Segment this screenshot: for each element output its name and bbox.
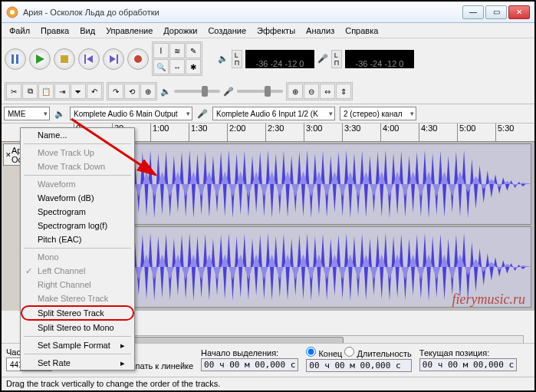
menu-effects[interactable]: Эффекты (252, 25, 300, 37)
ctx-waveform-db[interactable]: Waveform (dB) (21, 191, 134, 205)
ctx-split-stereo[interactable]: Split Stereo Track (21, 305, 134, 321)
fit-project-button[interactable]: ⇕ (336, 84, 351, 99)
ctx-waveform[interactable]: Waveform (21, 177, 134, 191)
sync-button[interactable]: ⟲ (124, 84, 140, 99)
minimize-button[interactable]: — (462, 5, 484, 19)
audio-position-time[interactable]: 00 ч 00 м 00,000 с (419, 358, 517, 371)
selection-start-label: Начало выделения: (201, 348, 298, 357)
waveform-display[interactable] (72, 142, 534, 311)
close-button[interactable]: ✕ (508, 5, 530, 19)
waveform-left-channel[interactable] (75, 143, 531, 225)
menu-generate[interactable]: Создание (203, 25, 251, 37)
output-level-meter[interactable]: -36 -24 -12 0 (245, 50, 314, 68)
edit-tools: ✂ ⧉ 📋 ⇥ ⏷ ↶ (5, 82, 104, 100)
ctx-name[interactable]: Name... (21, 128, 134, 142)
ctx-move-up[interactable]: Move Track Up (21, 146, 134, 160)
length-radio[interactable]: Длительность (344, 349, 411, 358)
svg-point-1 (10, 10, 15, 15)
svg-rect-5 (61, 55, 68, 63)
zoom-group[interactable]: ⊕ (140, 84, 156, 99)
ctx-separator (24, 143, 131, 144)
svg-rect-3 (16, 54, 18, 64)
ctx-move-down[interactable]: Move Track Down (21, 160, 134, 173)
fit-selection-button[interactable]: ⇔ (320, 84, 335, 99)
zoom-out-button[interactable]: ⊖ (304, 84, 319, 99)
menu-edit[interactable]: Правка (36, 25, 74, 37)
undo-button[interactable]: ↶ (87, 84, 102, 99)
pause-button[interactable] (5, 48, 26, 70)
volume-icon: 🔈 (160, 87, 171, 97)
status-bar: Drag the track vertically to change the … (2, 377, 534, 390)
input-device-combo[interactable]: Komplete Audio 6 Input 1/2 (K (212, 107, 335, 120)
svg-marker-8 (110, 55, 116, 63)
silence-button[interactable]: ⏷ (71, 84, 86, 99)
ctx-left-channel[interactable]: ✓Left Channel (21, 264, 134, 278)
menu-view[interactable]: Вид (75, 25, 100, 37)
ctx-separator (24, 336, 131, 337)
check-icon: ✓ (25, 266, 32, 276)
maximize-button[interactable]: ▭ (485, 5, 507, 19)
record-button[interactable] (127, 48, 149, 70)
selection-end-time[interactable]: 00 ч 00 м 00,000 с (306, 359, 412, 372)
audio-host-combo[interactable]: MME (4, 107, 50, 120)
timeline-tick: 4:00 (380, 124, 399, 141)
zoom-tools: ⊕ ⊖ ⇔ ⇕ (286, 82, 353, 100)
menu-tracks[interactable]: Дорожки (159, 25, 202, 37)
cut-button[interactable]: ✂ (6, 84, 21, 99)
draw-tool[interactable]: ✎ (186, 43, 201, 58)
svg-rect-6 (84, 54, 86, 64)
input-level-meter[interactable]: -36 -24 -12 0 (345, 50, 414, 68)
ctx-split-stereo-mono[interactable]: Split Stereo to Mono (21, 321, 134, 334)
timeshift-tool[interactable]: ↔ (169, 59, 185, 74)
zoom-in-button[interactable]: ⊕ (288, 84, 303, 99)
input-channels-combo[interactable]: 2 (стерео) канал (340, 107, 416, 120)
ctx-spectrogram-logf[interactable]: Spectrogram log(f) (21, 219, 134, 232)
misc-tools: ↷ ⟲ ⊕ (107, 82, 157, 100)
trim-button[interactable]: ⇥ (54, 84, 70, 99)
ctx-separator (24, 354, 131, 354)
output-meter-label: LП (232, 50, 242, 68)
ctx-mono[interactable]: Mono (21, 250, 134, 264)
ctx-sample-format[interactable]: Set Sample Format▸ (21, 338, 134, 352)
ctx-right-channel[interactable]: Right Channel (21, 278, 134, 292)
play-button[interactable] (29, 48, 51, 70)
ctx-make-stereo[interactable]: Make Stereo Track (21, 292, 134, 305)
input-volume-icon: 🎤 (223, 87, 234, 97)
window-titlebar: Ария - Осколок Льда до обработки — ▭ ✕ (2, 2, 534, 23)
svg-marker-4 (36, 54, 44, 64)
menu-transport[interactable]: Управление (101, 25, 157, 37)
input-meter-icon: 🎤 (317, 54, 328, 64)
selection-start-time[interactable]: 00 ч 00 м 00,000 с (201, 358, 298, 371)
zoom-tool[interactable]: 🔍 (153, 59, 169, 74)
paste-button[interactable]: 📋 (38, 84, 54, 99)
envelope-tool[interactable]: ≋ (169, 43, 185, 58)
timeline-tick: 2:00 (227, 124, 245, 141)
input-volume-slider[interactable] (237, 90, 283, 93)
output-volume-slider[interactable] (174, 90, 220, 93)
timeline-tick: 2:30 (265, 124, 284, 141)
menu-help[interactable]: Справка (340, 25, 383, 37)
timeline-tick: 5:00 (457, 124, 475, 141)
svg-point-10 (134, 55, 142, 63)
stop-button[interactable] (54, 48, 75, 70)
ctx-spectrogram[interactable]: Spectrogram (21, 205, 134, 219)
menubar: Файл Правка Вид Управление Дорожки Созда… (2, 23, 534, 38)
input-meter-label: LП (331, 50, 342, 68)
selection-tool[interactable]: I (153, 43, 169, 58)
menu-file[interactable]: Файл (5, 25, 35, 37)
ctx-set-rate[interactable]: Set Rate▸ (21, 356, 134, 370)
timeline-tick: 1:00 (150, 124, 169, 141)
audio-position-label: Текущая позиция: (419, 348, 517, 357)
skip-end-button[interactable] (103, 48, 124, 70)
svg-marker-7 (87, 55, 93, 63)
redo-button[interactable]: ↷ (108, 84, 123, 99)
multi-tool[interactable]: ✱ (186, 59, 201, 74)
menu-analyze[interactable]: Анализ (301, 25, 339, 37)
ctx-pitch[interactable]: Pitch (EAC) (21, 232, 134, 246)
end-radio[interactable]: Конец (306, 349, 342, 358)
track-context-menu: Name... Move Track Up Move Track Down Wa… (20, 127, 135, 371)
output-device-combo[interactable]: Komplete Audio 6 Main Output (70, 107, 192, 120)
copy-button[interactable]: ⧉ (22, 84, 38, 99)
skip-start-button[interactable] (78, 48, 100, 70)
svg-rect-9 (117, 54, 118, 64)
